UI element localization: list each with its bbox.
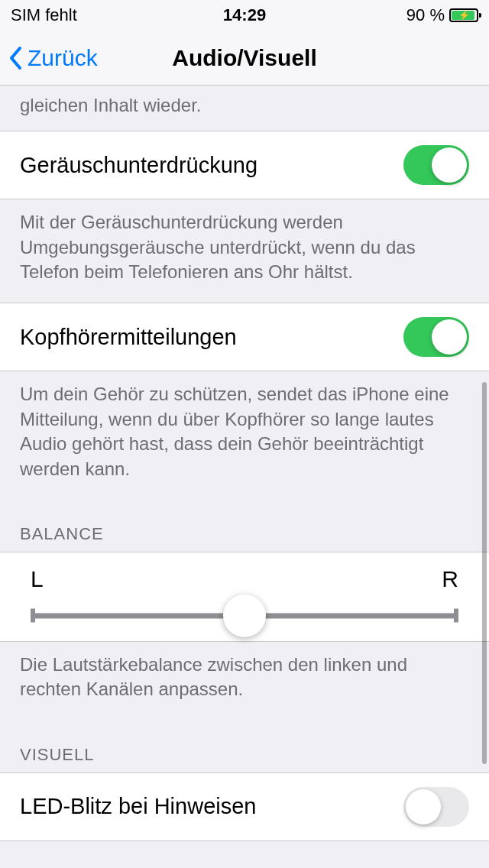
scrollbar[interactable]: [482, 382, 487, 764]
visual-section-header: VISUELL: [0, 721, 489, 772]
headphone-notifications-row: Kopfhörermitteilungen: [0, 303, 489, 371]
balance-left-label: L: [31, 566, 44, 592]
led-flash-toggle[interactable]: [403, 787, 469, 827]
page-title: Audio/Visuell: [172, 45, 316, 71]
content-scroll[interactable]: gleichen Inhalt wieder. Geräuschunterdrü…: [0, 86, 489, 868]
balance-right-label: R: [442, 566, 458, 592]
nav-bar: Zurück Audio/Visuell: [0, 31, 489, 86]
balance-row: L R: [0, 552, 489, 642]
led-flash-label: LED-Blitz bei Hinweisen: [20, 794, 256, 819]
battery-percent: 90 %: [406, 5, 445, 25]
noise-cancellation-footer: Mit der Geräuschunterdrückung werden Umg…: [0, 199, 489, 303]
headphone-notifications-label: Kopfhörermitteilungen: [20, 325, 237, 350]
balance-slider[interactable]: [31, 612, 458, 620]
partial-footer-text: gleichen Inhalt wieder.: [0, 86, 489, 131]
chevron-left-icon: [8, 44, 24, 72]
status-sim: SIM fehlt: [11, 5, 167, 25]
battery-icon: ⚡: [449, 8, 478, 22]
back-button[interactable]: Zurück: [0, 44, 98, 72]
noise-cancellation-toggle[interactable]: [403, 145, 469, 185]
noise-cancellation-row: Geräuschunterdrückung: [0, 131, 489, 199]
headphone-notifications-footer: Um dein Gehör zu schützen, sendet das iP…: [0, 371, 489, 500]
status-bar: SIM fehlt 14:29 90 % ⚡: [0, 0, 489, 31]
headphone-notifications-toggle[interactable]: [403, 317, 469, 357]
status-battery: 90 % ⚡: [322, 5, 478, 25]
balance-section-header: BALANCE: [0, 500, 489, 552]
noise-cancellation-label: Geräuschunterdrückung: [20, 153, 257, 178]
back-label: Zurück: [28, 45, 98, 71]
status-time: 14:29: [167, 5, 322, 25]
balance-footer: Die Lautstärkebalance zwischen den linke…: [0, 642, 489, 721]
led-flash-row[interactable]: LED-Blitz bei Hinweisen: [0, 772, 489, 841]
slider-thumb-icon[interactable]: [223, 594, 266, 637]
